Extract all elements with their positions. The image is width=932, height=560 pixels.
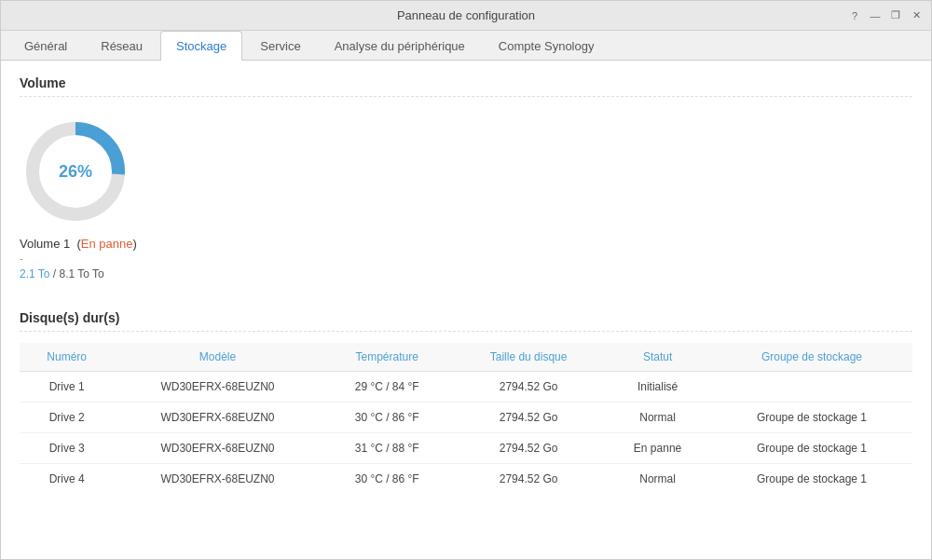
cell-taille: 2794.52 Go bbox=[453, 372, 604, 403]
cell-numero: Drive 3 bbox=[20, 433, 114, 464]
main-window: Panneau de configuration ? — ❐ ✕ Général… bbox=[0, 0, 932, 560]
restore-button[interactable]: ❐ bbox=[888, 8, 903, 23]
volume-total: / 8.1 To To bbox=[53, 267, 104, 280]
tab-reseau[interactable]: Réseau bbox=[85, 31, 158, 61]
cell-temperature: 31 °C / 88 °F bbox=[322, 433, 453, 464]
disk-section-title: Disque(s) dur(s) bbox=[20, 310, 912, 332]
cell-temperature: 30 °C / 86 °F bbox=[322, 403, 453, 433]
volume-name: Volume 1 (En panne) bbox=[20, 237, 137, 251]
volume-section-title: Volume bbox=[20, 75, 912, 97]
cell-taille: 2794.52 Go bbox=[453, 433, 604, 464]
minimize-button[interactable]: — bbox=[868, 8, 883, 23]
cell-statut: Normal bbox=[604, 403, 711, 433]
tab-general[interactable]: Général bbox=[8, 31, 83, 61]
cell-statut: En panne bbox=[604, 433, 711, 464]
col-groupe: Groupe de stockage bbox=[711, 343, 912, 372]
tab-service[interactable]: Service bbox=[244, 31, 316, 61]
col-statut: Statut bbox=[604, 343, 711, 372]
cell-statut: Normal bbox=[604, 464, 711, 495]
table-row: Drive 2 WD30EFRX-68EUZN0 30 °C / 86 °F 2… bbox=[20, 403, 912, 433]
tab-compte[interactable]: Compte Synology bbox=[483, 31, 610, 61]
table-row: Drive 4 WD30EFRX-68EUZN0 30 °C / 86 °F 2… bbox=[20, 464, 912, 495]
tab-analyse[interactable]: Analyse du périphérique bbox=[319, 31, 481, 61]
cell-modele: WD30EFRX-68EUZN0 bbox=[114, 433, 321, 464]
close-button[interactable]: ✕ bbox=[909, 8, 924, 23]
tab-bar: Général Réseau Stockage Service Analyse … bbox=[1, 31, 931, 61]
window-controls: ? — ❐ ✕ bbox=[847, 8, 924, 23]
volume-used: 2.1 To bbox=[20, 267, 49, 280]
chart-percent-label: 26% bbox=[59, 162, 92, 182]
help-button[interactable]: ? bbox=[847, 8, 862, 23]
cell-temperature: 30 °C / 86 °F bbox=[322, 464, 453, 495]
cell-groupe bbox=[711, 372, 912, 403]
cell-statut: Initialisé bbox=[604, 372, 711, 403]
tab-stockage[interactable]: Stockage bbox=[160, 31, 242, 61]
volume-section: Volume 26% Volume 1 (En panne) - 2.1 T bbox=[20, 75, 912, 288]
cell-groupe: Groupe de stockage 1 bbox=[711, 433, 912, 464]
cell-numero: Drive 2 bbox=[20, 403, 114, 433]
disk-table: Numéro Modèle Température Taille du disq… bbox=[20, 343, 912, 494]
cell-temperature: 29 °C / 84 °F bbox=[322, 372, 453, 403]
cell-numero: Drive 1 bbox=[20, 372, 114, 403]
cell-numero: Drive 4 bbox=[20, 464, 114, 495]
col-taille: Taille du disque bbox=[453, 343, 604, 372]
cell-taille: 2794.52 Go bbox=[453, 403, 604, 433]
disk-table-header: Numéro Modèle Température Taille du disq… bbox=[20, 343, 912, 372]
col-modele: Modèle bbox=[114, 343, 321, 372]
cell-groupe: Groupe de stockage 1 bbox=[711, 464, 912, 495]
cell-modele: WD30EFRX-68EUZN0 bbox=[114, 372, 321, 403]
volume-item: 26% Volume 1 (En panne) - 2.1 To / 8.1 T… bbox=[20, 108, 912, 288]
volume-dash: - bbox=[20, 253, 23, 266]
col-temperature: Température bbox=[322, 343, 453, 372]
window-title: Panneau de configuration bbox=[397, 8, 535, 22]
cell-groupe: Groupe de stockage 1 bbox=[711, 403, 912, 433]
cell-modele: WD30EFRX-68EUZN0 bbox=[114, 464, 321, 495]
col-numero: Numéro bbox=[20, 343, 114, 372]
volume-size: 2.1 To / 8.1 To To bbox=[20, 267, 104, 280]
cell-modele: WD30EFRX-68EUZN0 bbox=[114, 403, 321, 433]
volume-status: En panne bbox=[81, 237, 133, 251]
table-row: Drive 1 WD30EFRX-68EUZN0 29 °C / 84 °F 2… bbox=[20, 372, 912, 403]
volume-chart: 26% bbox=[20, 116, 131, 227]
disk-section: Disque(s) dur(s) Numéro Modèle Températu… bbox=[20, 310, 912, 494]
title-bar: Panneau de configuration ? — ❐ ✕ bbox=[1, 1, 931, 31]
cell-taille: 2794.52 Go bbox=[453, 464, 604, 495]
main-content: Volume 26% Volume 1 (En panne) - 2.1 T bbox=[1, 61, 931, 559]
table-row: Drive 3 WD30EFRX-68EUZN0 31 °C / 88 °F 2… bbox=[20, 433, 912, 464]
